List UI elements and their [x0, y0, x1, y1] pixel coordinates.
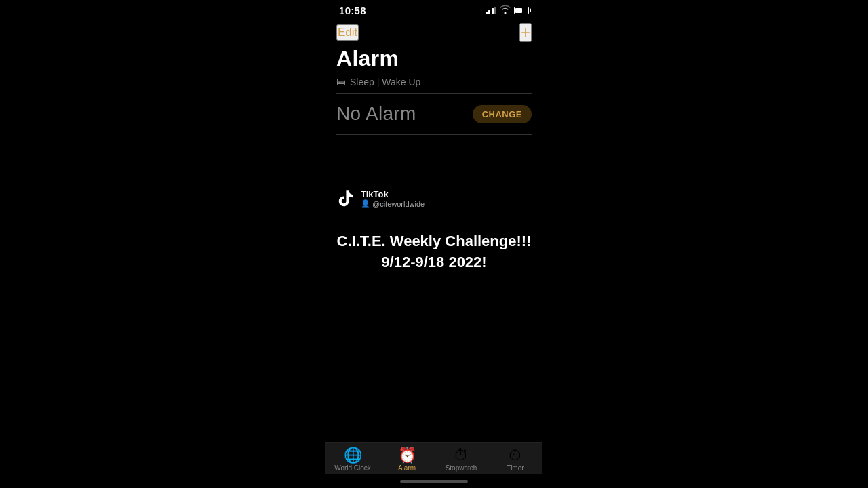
user-icon: 👤: [361, 199, 370, 208]
no-alarm-text: No Alarm: [336, 103, 416, 125]
edit-button[interactable]: Edit: [336, 24, 359, 41]
tab-alarm[interactable]: ⏰ Alarm: [380, 448, 434, 472]
wifi-icon: [500, 5, 511, 16]
sleep-section: 🛏 Sleep | Wake Up No Alarm CHANGE: [326, 77, 542, 135]
tab-world-clock[interactable]: 🌐 World Clock: [326, 448, 380, 472]
timer-label: Timer: [507, 464, 524, 472]
status-time: 10:58: [339, 5, 366, 16]
sleep-icon: 🛏: [336, 77, 346, 87]
world-clock-icon: 🌐: [344, 448, 362, 463]
page-title: Alarm: [326, 45, 542, 77]
tiktok-username: 👤 @citeworldwide: [361, 199, 425, 208]
nav-bar: Edit +: [326, 19, 542, 45]
status-icons: [486, 5, 530, 16]
stopwatch-label: Stopwatch: [446, 464, 477, 472]
alarm-label: Alarm: [398, 464, 416, 472]
tab-bar: 🌐 World Clock ⏰ Alarm ⏱ Stopwatch ⏲ Time…: [326, 442, 542, 474]
tab-stopwatch[interactable]: ⏱ Stopwatch: [434, 448, 488, 472]
stopwatch-icon: ⏱: [454, 448, 469, 463]
change-button[interactable]: CHANGE: [473, 105, 532, 123]
signal-icon: [486, 7, 497, 14]
tiktok-section: TikTok 👤 @citeworldwide C.I.T.E. Weekly …: [326, 135, 542, 442]
home-indicator: [326, 474, 542, 488]
tiktok-main-text: C.I.T.E. Weekly Challenge!!! 9/12-9/18 2…: [336, 231, 532, 273]
tiktok-app-name: TikTok: [361, 189, 425, 199]
tiktok-branding: TikTok 👤 @citeworldwide: [336, 189, 425, 208]
tiktok-logo-icon: [336, 189, 355, 208]
add-alarm-button[interactable]: +: [519, 23, 532, 42]
home-bar: [400, 480, 468, 483]
sleep-label: Sleep | Wake Up: [350, 77, 420, 87]
alarm-icon: ⏰: [398, 448, 416, 463]
tab-timer[interactable]: ⏲ Timer: [488, 448, 542, 472]
sleep-header: 🛏 Sleep | Wake Up: [336, 77, 532, 94]
alarm-row: No Alarm CHANGE: [336, 94, 532, 135]
world-clock-label: World Clock: [334, 464, 371, 472]
status-bar: 10:58: [326, 0, 542, 19]
timer-icon: ⏲: [508, 448, 523, 463]
battery-icon: [514, 7, 529, 14]
tiktok-content: C.I.T.E. Weekly Challenge!!! 9/12-9/18 2…: [336, 231, 532, 273]
phone-frame: 10:58 Edit + Alarm: [326, 0, 542, 488]
